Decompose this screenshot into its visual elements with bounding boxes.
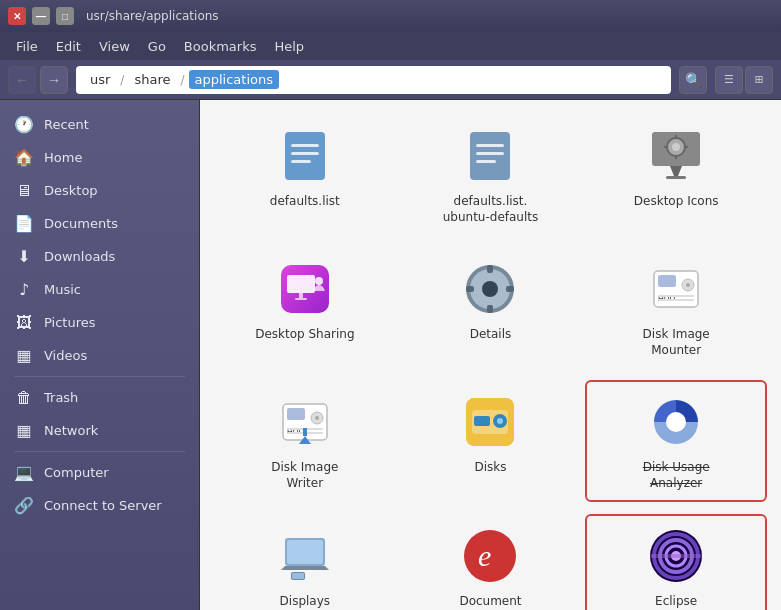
svg-rect-64 <box>650 554 702 558</box>
displays-label: Displays <box>280 594 330 610</box>
file-item-desktop-sharing[interactable]: Desktop Sharing <box>216 249 394 366</box>
minimize-button[interactable]: — <box>32 7 50 25</box>
sidebar-label-downloads: Downloads <box>44 249 115 264</box>
menu-view[interactable]: View <box>91 35 138 58</box>
sidebar-item-downloads[interactable]: ⬇ Downloads <box>0 240 199 273</box>
sidebar-item-network[interactable]: ▦ Network <box>0 414 199 447</box>
svg-marker-9 <box>670 166 682 176</box>
doc-viewer-label: Document Viewer <box>440 594 540 610</box>
sidebar-label-network: Network <box>44 423 98 438</box>
file-item-details[interactable]: Details <box>402 249 580 366</box>
menu-help[interactable]: Help <box>266 35 312 58</box>
breadcrumb-sep-1: / <box>120 73 124 87</box>
svg-rect-30 <box>658 275 676 287</box>
desktop-sharing-icon <box>273 257 337 321</box>
file-item-eclipse[interactable]: Eclipse <box>587 516 765 610</box>
sidebar-separator-2 <box>14 451 185 452</box>
breadcrumb-sep-2: / <box>180 73 184 87</box>
details-label: Details <box>470 327 512 343</box>
breadcrumb-applications[interactable]: applications <box>189 70 279 89</box>
sidebar-item-videos[interactable]: ▦ Videos <box>0 339 199 372</box>
videos-icon: ▦ <box>14 346 34 365</box>
file-item-doc-viewer[interactable]: e Document Viewer <box>402 516 580 610</box>
svg-rect-2 <box>291 152 319 155</box>
sidebar-separator-1 <box>14 376 185 377</box>
list-view-button[interactable]: ☰ <box>715 66 743 94</box>
file-item-defaults-list[interactable]: defaults.list <box>216 116 394 233</box>
svg-rect-26 <box>466 286 474 292</box>
maximize-button[interactable]: □ <box>56 7 74 25</box>
sidebar-item-home[interactable]: 🏠 Home <box>0 141 199 174</box>
sidebar-item-computer[interactable]: 💻 Computer <box>0 456 199 489</box>
svg-rect-24 <box>487 265 493 273</box>
svg-rect-0 <box>285 132 325 180</box>
defaults-ubuntu-icon <box>458 124 522 188</box>
file-grid: defaults.list defaults.list.ubuntu-defau… <box>216 116 765 610</box>
disks-icon <box>458 390 522 454</box>
svg-rect-37 <box>287 408 305 420</box>
forward-button[interactable]: → <box>40 66 68 94</box>
disk-usage-label: Disk UsageAnalyzer <box>643 460 710 491</box>
svg-point-49 <box>497 418 503 424</box>
svg-rect-19 <box>299 293 303 298</box>
svg-rect-56 <box>292 573 304 579</box>
svg-rect-27 <box>506 286 514 292</box>
close-button[interactable]: ✕ <box>8 7 26 25</box>
svg-marker-54 <box>281 566 329 570</box>
sidebar-item-connect[interactable]: 🔗 Connect to Server <box>0 489 199 522</box>
sidebar-item-trash[interactable]: 🗑 Trash <box>0 381 199 414</box>
menu-bookmarks[interactable]: Bookmarks <box>176 35 265 58</box>
file-item-disks[interactable]: Disks <box>402 382 580 499</box>
file-item-displays[interactable]: Displays <box>216 516 394 610</box>
svg-rect-4 <box>470 132 510 180</box>
svg-rect-1 <box>291 144 319 147</box>
breadcrumb-usr[interactable]: usr <box>84 70 116 89</box>
eclipse-icon <box>644 524 708 588</box>
sidebar-label-videos: Videos <box>44 348 87 363</box>
svg-rect-10 <box>666 176 686 179</box>
svg-point-40 <box>315 416 319 420</box>
grid-view-button[interactable]: ⊞ <box>745 66 773 94</box>
file-item-disk-usage[interactable]: Disk UsageAnalyzer <box>587 382 765 499</box>
documents-icon: 📄 <box>14 214 34 233</box>
sidebar-item-pictures[interactable]: 🖼 Pictures <box>0 306 199 339</box>
file-item-defaults-ubuntu[interactable]: defaults.list.ubuntu-defaults <box>402 116 580 233</box>
file-item-desktop-icons[interactable]: Desktop Icons <box>587 116 765 233</box>
desktop-icon: 🖥 <box>14 181 34 200</box>
svg-rect-5 <box>476 144 504 147</box>
sidebar-label-music: Music <box>44 282 81 297</box>
disk-mounter-icon: HDD <box>644 257 708 321</box>
sidebar-item-documents[interactable]: 📄 Documents <box>0 207 199 240</box>
svg-rect-34 <box>658 295 694 297</box>
file-item-disk-writer[interactable]: HDD Disk Image Writer <box>216 382 394 499</box>
main-area: 🕐 Recent 🏠 Home 🖥 Desktop 📄 Documents ⬇ … <box>0 100 781 610</box>
doc-viewer-icon: e <box>458 524 522 588</box>
svg-point-33 <box>686 283 690 287</box>
menu-edit[interactable]: Edit <box>48 35 89 58</box>
menu-go[interactable]: Go <box>140 35 174 58</box>
svg-rect-25 <box>487 305 493 313</box>
sidebar-label-home: Home <box>44 150 82 165</box>
menubar: File Edit View Go Bookmarks Help <box>0 32 781 60</box>
breadcrumb: usr / share / applications <box>76 66 671 94</box>
sidebar-item-recent[interactable]: 🕐 Recent <box>0 108 199 141</box>
search-button[interactable]: 🔍 <box>679 66 707 94</box>
titlebar: ✕ — □ usr/share/applications <box>0 0 781 32</box>
computer-icon: 💻 <box>14 463 34 482</box>
file-item-disk-mounter[interactable]: HDD Disk ImageMounter <box>587 249 765 366</box>
disk-writer-icon: HDD <box>273 390 337 454</box>
desktop-icons-icon <box>644 124 708 188</box>
sidebar-item-music[interactable]: ♪ Music <box>0 273 199 306</box>
back-button[interactable]: ← <box>8 66 36 94</box>
toolbar: ← → usr / share / applications 🔍 ☰ ⊞ <box>0 60 781 100</box>
svg-rect-3 <box>291 160 311 163</box>
svg-point-12 <box>672 143 680 151</box>
sidebar-label-connect: Connect to Server <box>44 498 162 513</box>
breadcrumb-share[interactable]: share <box>128 70 176 89</box>
view-toggle: ☰ ⊞ <box>715 66 773 94</box>
svg-rect-53 <box>287 540 323 564</box>
disk-writer-label: Disk Image Writer <box>255 460 355 491</box>
sidebar-label-computer: Computer <box>44 465 109 480</box>
menu-file[interactable]: File <box>8 35 46 58</box>
sidebar-item-desktop[interactable]: 🖥 Desktop <box>0 174 199 207</box>
